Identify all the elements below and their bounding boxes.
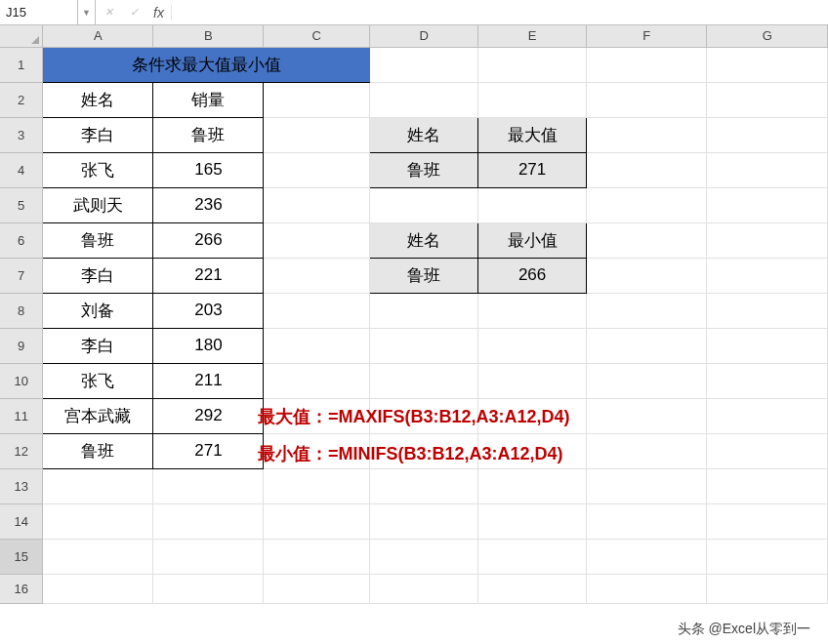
cell-A15[interactable] — [43, 539, 153, 574]
col-header-D[interactable]: D — [370, 25, 478, 47]
cell-G7[interactable] — [707, 258, 828, 293]
cell-F5[interactable] — [587, 187, 707, 222]
cell-A14[interactable] — [43, 503, 153, 539]
row-header-9[interactable]: 9 — [0, 328, 43, 363]
cell-B5[interactable]: 236 — [153, 187, 264, 222]
cell-G2[interactable] — [707, 82, 828, 117]
fx-icon[interactable]: fx — [146, 5, 172, 20]
row-header-6[interactable]: 6 — [0, 222, 43, 258]
row-header-16[interactable]: 16 — [0, 574, 43, 603]
cell-G3[interactable] — [707, 117, 828, 152]
col-header-A[interactable]: A — [43, 25, 153, 47]
cell-E12[interactable] — [478, 433, 587, 468]
cell-D12[interactable] — [370, 433, 478, 468]
name-box[interactable]: J15 — [0, 0, 78, 24]
cell-E5[interactable] — [478, 187, 587, 222]
cell-A6[interactable]: 鲁班 — [43, 222, 153, 258]
cell-B11[interactable]: 292 — [153, 398, 264, 433]
cell-D10[interactable] — [370, 363, 478, 398]
cell-G10[interactable] — [707, 363, 828, 398]
cell-D14[interactable] — [370, 503, 478, 539]
row-header-7[interactable]: 7 — [0, 258, 43, 293]
cell-E8[interactable] — [478, 293, 587, 328]
cell-B14[interactable] — [153, 503, 264, 539]
cell-C5[interactable] — [264, 187, 370, 222]
cell-B8[interactable]: 203 — [153, 293, 264, 328]
cell-A16[interactable] — [43, 574, 153, 603]
col-header-G[interactable]: G — [707, 25, 828, 47]
cell-F8[interactable] — [587, 293, 707, 328]
cell-F9[interactable] — [587, 328, 707, 363]
cell-A4[interactable]: 张飞 — [43, 152, 153, 187]
col-header-E[interactable]: E — [478, 25, 587, 47]
cell-F14[interactable] — [587, 503, 707, 539]
cell-G14[interactable] — [707, 503, 828, 539]
cell-A13[interactable] — [43, 468, 153, 503]
cell-B7[interactable]: 221 — [153, 258, 264, 293]
cell-E16[interactable] — [478, 574, 587, 603]
cell-C15[interactable] — [264, 539, 370, 574]
cell-A12[interactable]: 鲁班 — [43, 433, 153, 468]
formula-input[interactable] — [172, 0, 828, 24]
cell-F3[interactable] — [587, 117, 707, 152]
select-all-corner[interactable] — [0, 25, 43, 47]
cell-C13[interactable] — [264, 468, 370, 503]
cell-B15[interactable] — [153, 539, 264, 574]
cell-G9[interactable] — [707, 328, 828, 363]
cell-D13[interactable] — [370, 468, 478, 503]
cell-E4[interactable]: 271 — [478, 152, 587, 187]
row-header-1[interactable]: 1 — [0, 47, 43, 82]
row-header-3[interactable]: 3 — [0, 117, 43, 152]
cell-C10[interactable] — [264, 363, 370, 398]
cell-D9[interactable] — [370, 328, 478, 363]
cell-F13[interactable] — [587, 468, 707, 503]
cell-E2[interactable] — [478, 82, 587, 117]
cell-B9[interactable]: 180 — [153, 328, 264, 363]
cell-G16[interactable] — [707, 574, 828, 603]
row-header-12[interactable]: 12 — [0, 433, 43, 468]
cell-A7[interactable]: 李白 — [43, 258, 153, 293]
row-header-10[interactable]: 10 — [0, 363, 43, 398]
cell-B12[interactable]: 271 — [153, 433, 264, 468]
cell-G8[interactable] — [707, 293, 828, 328]
cell-E1[interactable] — [478, 47, 587, 82]
cell-B3[interactable]: 鲁班 — [153, 117, 264, 152]
col-header-B[interactable]: B — [153, 25, 264, 47]
cell-G5[interactable] — [707, 187, 828, 222]
cell-D6[interactable]: 姓名 — [370, 222, 478, 258]
cell-A2[interactable]: 姓名 — [43, 82, 153, 117]
cell-D4[interactable]: 鲁班 — [370, 152, 478, 187]
cell-D11[interactable] — [370, 398, 478, 433]
cell-E7[interactable]: 266 — [478, 258, 587, 293]
cell-B4[interactable]: 165 — [153, 152, 264, 187]
cell-C8[interactable] — [264, 293, 370, 328]
row-header-2[interactable]: 2 — [0, 82, 43, 117]
cell-D8[interactable] — [370, 293, 478, 328]
cell-A11[interactable]: 宫本武藏 — [43, 398, 153, 433]
cell-C4[interactable] — [264, 152, 370, 187]
row-header-4[interactable]: 4 — [0, 152, 43, 187]
cell-E11[interactable] — [478, 398, 587, 433]
cell-A5[interactable]: 武则天 — [43, 187, 153, 222]
cell-F16[interactable] — [587, 574, 707, 603]
cell-C12[interactable] — [264, 433, 370, 468]
cell-C11[interactable] — [264, 398, 370, 433]
name-box-dropdown-icon[interactable]: ▼ — [78, 0, 96, 24]
cell-D2[interactable] — [370, 82, 478, 117]
cell-E3[interactable]: 最大值 — [478, 117, 587, 152]
cell-F7[interactable] — [587, 258, 707, 293]
cell-F4[interactable] — [587, 152, 707, 187]
row-header-11[interactable]: 11 — [0, 398, 43, 433]
cell-C16[interactable] — [264, 574, 370, 603]
cell-B10[interactable]: 211 — [153, 363, 264, 398]
cell-G13[interactable] — [707, 468, 828, 503]
cell-E6[interactable]: 最小值 — [478, 222, 587, 258]
grid[interactable]: A B C D E F G 1 条件求最大值最小值 2 姓名 销 — [0, 25, 828, 644]
cell-D3[interactable]: 姓名 — [370, 117, 478, 152]
cell-G4[interactable] — [707, 152, 828, 187]
cell-D1[interactable] — [370, 47, 478, 82]
row-header-5[interactable]: 5 — [0, 187, 43, 222]
cell-C2[interactable] — [264, 82, 370, 117]
cell-A9[interactable]: 李白 — [43, 328, 153, 363]
cell-A3[interactable]: 李白 — [43, 117, 153, 152]
